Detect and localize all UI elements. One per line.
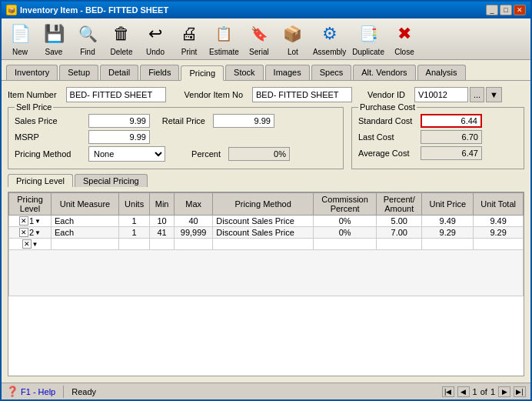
row3-checkbox[interactable]: ✕: [22, 239, 32, 249]
price-section: Sell Price Sales Price Retail Price MSRP…: [8, 107, 524, 169]
row1-max: 40: [174, 216, 212, 227]
undo-button[interactable]: ↩ Undo: [141, 22, 169, 56]
row1-unit-total: 9.49: [474, 216, 524, 227]
tab-alt-vendors[interactable]: Alt. Vendors: [353, 65, 415, 80]
lot-label: Lot: [288, 48, 298, 56]
tab-stock[interactable]: Stock: [225, 65, 264, 80]
row3-level-cell: ✕ ▼: [9, 239, 52, 250]
tab-fields[interactable]: Fields: [140, 65, 179, 80]
tab-detail[interactable]: Detail: [100, 65, 138, 80]
table-row-filler: [9, 250, 524, 296]
last-cost-input[interactable]: [421, 130, 482, 144]
assembly-icon: ⚙: [318, 22, 342, 46]
row2-checkbox[interactable]: ✕: [19, 228, 28, 237]
last-cost-label: Last Cost: [358, 132, 416, 142]
status-bar: ❓ F1 - Help Ready |◀ ◀ 1 of 1 ▶ ▶|: [2, 383, 530, 399]
row2-unit-measure: Each: [52, 227, 119, 239]
standard-cost-label: Standard Cost: [358, 116, 416, 125]
table-row: ✕ 2 ▼ Each 1 41 99,999 Discount Sales Pr…: [9, 227, 524, 239]
status-ready-text: Ready: [71, 387, 96, 396]
delete-button[interactable]: 🗑 Delete: [108, 22, 135, 56]
tab-images[interactable]: Images: [265, 65, 310, 80]
save-button[interactable]: 💾 Save: [40, 22, 68, 56]
row2-level: 2: [29, 228, 34, 237]
page-current: 1: [473, 387, 477, 396]
row3-units: [119, 239, 150, 250]
minimize-button[interactable]: _: [486, 5, 498, 15]
serial-button[interactable]: 🔖 Serial: [245, 22, 273, 56]
tab-specs[interactable]: Specs: [311, 65, 352, 80]
tab-setup[interactable]: Setup: [59, 65, 98, 80]
row1-dropdown[interactable]: ▼: [35, 218, 41, 225]
standard-cost-input[interactable]: [421, 114, 482, 128]
tab-pricing-level[interactable]: Pricing Level: [8, 174, 73, 187]
tab-pricing[interactable]: Pricing: [181, 65, 224, 81]
row2-unit-price: 9.29: [422, 227, 474, 239]
close-window-button[interactable]: ✕: [514, 5, 526, 15]
percent-input[interactable]: [228, 147, 290, 161]
row3-unit-measure: [52, 239, 119, 250]
page-total: 1: [490, 387, 495, 396]
row3-pricing-method: [213, 239, 314, 250]
tab-analysis[interactable]: Analysis: [417, 65, 466, 80]
row1-checkbox[interactable]: ✕: [19, 216, 28, 226]
row1-level-cell: ✕ 1 ▼: [9, 216, 52, 227]
row2-max: 99,999: [174, 227, 212, 239]
row3-unit-price: [422, 239, 474, 250]
vendor-item-input[interactable]: [252, 87, 352, 102]
average-cost-input[interactable]: [421, 146, 482, 160]
pricing-method-select[interactable]: None Fixed Price Percentage: [88, 146, 165, 162]
tab-special-pricing[interactable]: Special Pricing: [75, 174, 148, 187]
col-unit-total: Unit Total: [474, 193, 524, 216]
row2-dropdown[interactable]: ▼: [35, 229, 41, 236]
sell-price-panel: Sell Price Sales Price Retail Price MSRP…: [8, 107, 344, 169]
row2-percent-amount: 7.00: [377, 227, 422, 239]
sales-price-row: Sales Price Retail Price: [15, 114, 337, 128]
row1-min: 10: [150, 216, 175, 227]
row2-pricing-method: Discount Sales Price: [213, 227, 314, 239]
print-button[interactable]: 🖨 Print: [175, 22, 203, 56]
tab-inventory[interactable]: Inventory: [6, 65, 58, 80]
vendor-dropdown-button[interactable]: ▼: [486, 87, 502, 102]
col-max: Max: [174, 193, 212, 216]
page-of: of: [480, 387, 487, 396]
assembly-button[interactable]: ⚙ Assembly: [313, 22, 346, 56]
row3-commission: [314, 239, 377, 250]
duplicate-label: Duplicate: [352, 48, 384, 56]
close-button[interactable]: ✖ Close: [391, 22, 418, 56]
row2-unit-total: 9.29: [474, 227, 524, 239]
row1-unit-price: 9.49: [422, 216, 474, 227]
average-cost-label: Average Cost: [358, 149, 416, 158]
nav-next-button[interactable]: ▶: [498, 386, 510, 397]
msrp-input[interactable]: [88, 130, 150, 144]
new-button[interactable]: 📄 New: [6, 22, 34, 56]
find-icon: 🔍: [75, 22, 100, 46]
col-percent-amount: Percent/Amount: [377, 193, 422, 216]
maximize-button[interactable]: □: [500, 5, 512, 15]
retail-price-input[interactable]: [213, 114, 274, 128]
col-pricing-method: Pricing Method: [213, 193, 314, 216]
delete-label: Delete: [111, 48, 133, 56]
save-label: Save: [45, 48, 63, 56]
find-button[interactable]: 🔍 Find: [74, 22, 101, 56]
main-window: 📦 Inventory Item - BED- FITTED SHEET _ □…: [0, 0, 532, 401]
row3-dropdown[interactable]: ▼: [32, 241, 38, 248]
col-units: Units: [119, 193, 150, 216]
item-number-input[interactable]: [66, 87, 166, 102]
nav-first-button[interactable]: |◀: [442, 386, 454, 397]
last-cost-row: Last Cost: [358, 130, 517, 144]
title-bar: 📦 Inventory Item - BED- FITTED SHEET _ □…: [2, 2, 530, 18]
estimate-button[interactable]: 📋 Estimate: [209, 22, 239, 56]
help-link[interactable]: ❓ F1 - Help: [6, 386, 55, 397]
nav-prev-button[interactable]: ◀: [457, 386, 470, 397]
lot-button[interactable]: 📦 Lot: [279, 22, 307, 56]
row3-max: [174, 239, 212, 250]
sales-price-input[interactable]: [88, 114, 150, 128]
vendor-id-input[interactable]: [414, 87, 468, 102]
nav-last-button[interactable]: ▶|: [514, 386, 526, 397]
assembly-label: Assembly: [313, 48, 346, 56]
pagination: |◀ ◀ 1 of 1 ▶ ▶|: [442, 386, 526, 397]
row1-unit-measure: Each: [52, 216, 119, 227]
duplicate-button[interactable]: 📑 Duplicate: [352, 22, 384, 56]
vendor-dots-button[interactable]: ...: [470, 87, 484, 102]
